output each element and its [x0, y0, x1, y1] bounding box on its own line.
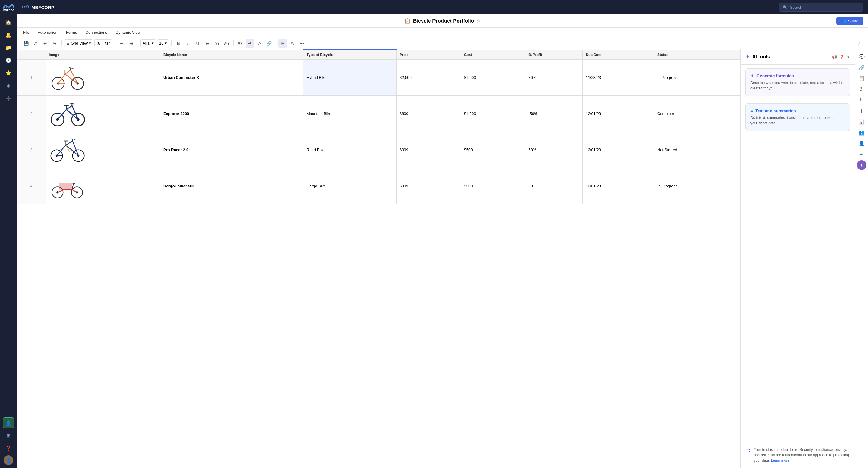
rp-pen-icon[interactable]: ✒: [857, 149, 867, 159]
rp-link-icon[interactable]: 🔗: [857, 63, 867, 72]
rp-person-icon[interactable]: 👤: [857, 138, 867, 148]
row-profit: -50%: [525, 96, 583, 132]
search-box[interactable]: 🔍 Search...: [779, 3, 863, 12]
col-header-profit: % Profit: [525, 50, 583, 60]
row-image: [46, 132, 160, 168]
ai-card-formulas[interactable]: ✦ Generate formulas Describe what you wa…: [745, 68, 850, 96]
rp-refresh-icon[interactable]: ↻: [857, 95, 867, 105]
share-button[interactable]: 👥 Share: [836, 17, 863, 25]
spreadsheet[interactable]: Image Bicycle Name Type of Bicycle Price: [17, 49, 740, 468]
menu-dynamic-view[interactable]: Dynamic View: [115, 29, 142, 36]
font-selector[interactable]: Arial ▾: [141, 39, 156, 47]
row-number: 2: [17, 96, 46, 132]
row-image: [46, 168, 160, 204]
grid-icon: ⊞: [66, 41, 70, 45]
topbar: MBFCORP 🔍 Search...: [17, 0, 868, 14]
sidebar-help-icon[interactable]: ❓: [3, 443, 14, 454]
sheet-title: 📋 Bicycle Product Portfolio ☆: [302, 18, 583, 24]
align-button[interactable]: ≡▾: [236, 39, 244, 47]
rp-chat-icon[interactable]: 💬: [857, 52, 867, 61]
table-row: 1 Urban Commuter X Hybrid Bike $2,500 $1…: [17, 60, 740, 96]
right-panel: 💬 🔗 📋 B! ↻ ⬆ 📊 👥 👤 ✒ ✦: [855, 49, 868, 468]
row-profit: 36%: [525, 60, 583, 96]
sidebar-sheet-icon[interactable]: 👤: [3, 417, 14, 428]
row-price: $800: [396, 96, 461, 132]
text-color-button[interactable]: A▾: [213, 39, 221, 47]
strikethrough-button[interactable]: S: [203, 39, 212, 47]
italic-button[interactable]: I: [184, 39, 192, 47]
row-cost: $500: [461, 168, 525, 204]
app-logo: MBFCORP: [2, 3, 14, 12]
size-selector[interactable]: 10 ▾: [157, 39, 169, 47]
star-icon[interactable]: ☆: [476, 18, 481, 24]
row-number: 1: [17, 60, 46, 96]
rp-people-icon[interactable]: 👥: [857, 128, 867, 137]
sidebar-folder-icon[interactable]: 📁: [3, 42, 14, 53]
undo-button[interactable]: ↩: [41, 39, 50, 47]
sidebar-home-icon[interactable]: 🏠: [3, 17, 14, 28]
col-header-status: Status: [654, 50, 740, 60]
print-button[interactable]: 🖨: [31, 39, 40, 47]
svg-line-30: [57, 145, 66, 156]
formula-button[interactable]: ◇: [255, 39, 264, 47]
menu-forms[interactable]: Forms: [65, 29, 79, 36]
topbar-app-name: MBFCORP: [31, 5, 54, 10]
rp-sparkle-icon[interactable]: ✦: [857, 160, 867, 170]
menu-automation[interactable]: Automation: [36, 29, 59, 36]
sidebar-add-icon[interactable]: ➕: [3, 93, 14, 104]
sidebar-star-icon[interactable]: ⭐: [3, 67, 14, 78]
sidebar-avatar[interactable]: 👤: [4, 455, 13, 465]
ai-panel-actions: 📢 ❓ ✕: [832, 55, 850, 59]
close-icon[interactable]: ✕: [846, 55, 850, 59]
view-selector[interactable]: ⊞ Grid View ▾: [64, 39, 93, 47]
row-type: Road Bike: [304, 132, 397, 168]
rp-chart-icon[interactable]: 📊: [857, 117, 867, 127]
table-row: 3 Pro Racer 2.0 Road Bike $999 $500 50% …: [17, 132, 740, 168]
chevron-size-icon: ▾: [165, 41, 167, 45]
size-label: 10: [159, 41, 163, 45]
rp-bold-icon[interactable]: B!: [857, 84, 867, 94]
formula-ai-icon: ✦: [750, 73, 754, 78]
row-status: Not Started: [654, 132, 740, 168]
ai-card-summaries[interactable]: ≡ Text and summaries Draft text, summari…: [745, 103, 850, 131]
row-number: 4: [17, 168, 46, 204]
more-button[interactable]: •••: [298, 39, 306, 47]
megaphone-icon[interactable]: 📢: [832, 55, 837, 59]
redo-button[interactable]: ↪: [51, 39, 59, 47]
indent-left-button[interactable]: ⇤: [117, 39, 126, 47]
underline-button[interactable]: U: [193, 39, 202, 47]
expand-button[interactable]: ⤢: [855, 39, 863, 47]
divider-1: [61, 40, 62, 46]
svg-line-18: [58, 109, 67, 119]
svg-line-25: [70, 103, 74, 104]
sidebar-history-icon[interactable]: 🕐: [3, 55, 14, 66]
filter-button[interactable]: ⚗ Filter: [94, 39, 112, 47]
ai-panel-header: ✦ AI tools 📢 ❓ ✕: [741, 49, 855, 65]
row-bike-name: Explorer 2000: [160, 96, 304, 132]
menu-connections[interactable]: Connections: [84, 29, 108, 36]
svg-line-38: [66, 145, 70, 152]
help-icon[interactable]: ❓: [839, 55, 844, 59]
highlight-button[interactable]: 🖌▾: [222, 39, 231, 47]
sidebar-notification-icon[interactable]: 🔔: [3, 30, 14, 40]
table-button[interactable]: ⊟: [278, 39, 287, 47]
main-content: MBFCORP 🔍 Search... 📋 Bicycle Product Po…: [17, 0, 868, 468]
rp-layers-icon[interactable]: 📋: [857, 73, 867, 83]
wrap-button[interactable]: ↵: [246, 39, 254, 47]
menu-file[interactable]: File: [22, 29, 30, 36]
row-type: Cargo Bike: [304, 168, 397, 204]
col-header-name: Bicycle Name: [160, 50, 304, 60]
learn-more-link[interactable]: Learn more: [771, 458, 789, 463]
indent-right-button[interactable]: ⇥: [127, 39, 135, 47]
sheet-title-text: Bicycle Product Portfolio: [413, 18, 474, 24]
svg-text:MBFCORP: MBFCORP: [3, 9, 14, 11]
ai-card-summaries-desc: Draft text, summaries, translations, and…: [750, 115, 845, 126]
rp-upload-icon[interactable]: ⬆: [857, 106, 867, 115]
link-button[interactable]: 🔗: [265, 39, 273, 47]
sidebar-grid-icon[interactable]: ⊞: [3, 430, 14, 441]
save-button[interactable]: 💾: [22, 39, 30, 47]
edit-button[interactable]: ✎: [288, 39, 297, 47]
bold-button[interactable]: B: [174, 39, 183, 47]
sidebar-layers-icon[interactable]: ◈: [3, 80, 14, 91]
table-row: 4 CargoHauler 500 Cargo Bike $999 $500 5…: [17, 168, 740, 204]
